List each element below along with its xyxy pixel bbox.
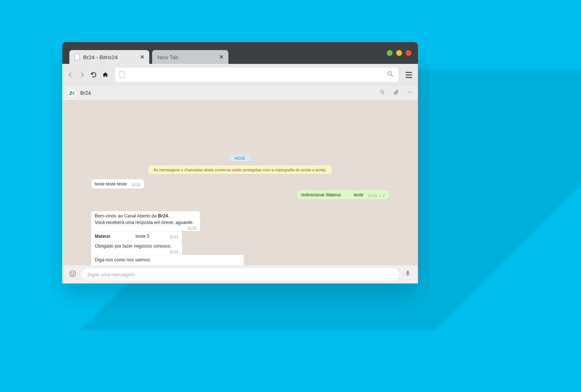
message-time: 15:31 xyxy=(169,235,178,239)
browser-tab-active[interactable]: Br24 - Bitrix24 × xyxy=(69,50,149,64)
browser-window: Br24 - Bitrix24 × New Tab × xyxy=(62,42,418,283)
svg-point-0 xyxy=(388,72,391,75)
chat-header: 24 Br24 xyxy=(62,86,418,100)
back-button[interactable] xyxy=(66,70,75,79)
message-text: . xyxy=(168,213,169,219)
message-text: teste xyxy=(354,192,363,197)
page-icon xyxy=(119,72,125,78)
message-bubble[interactable]: teste teste teste 15:23 xyxy=(91,179,144,189)
page-icon xyxy=(74,54,80,60)
message-text: teste teste teste xyxy=(95,181,127,187)
message-text: Obrigado por fazer negócios conosco. xyxy=(95,244,171,249)
message-composer xyxy=(62,265,418,283)
chat-body[interactable]: HOJE As mensagens e chamadas desta conve… xyxy=(62,100,418,265)
svg-point-5 xyxy=(70,271,76,277)
avatar[interactable]: 24 xyxy=(67,88,77,98)
read-ticks-icon: ✓✓ xyxy=(378,194,385,198)
browser-tab-inactive[interactable]: New Tab × xyxy=(152,50,228,64)
close-icon[interactable]: × xyxy=(219,53,223,61)
forward-button[interactable] xyxy=(77,70,87,79)
date-separator: HOJE xyxy=(230,155,249,162)
emoji-icon[interactable] xyxy=(69,270,77,279)
message-bubble[interactable]: redirecionar Mateus teste 15:24 ✓✓ xyxy=(297,190,389,200)
message-time: 15:25 xyxy=(187,226,196,230)
message-time: 15:31 xyxy=(169,250,178,254)
message-text: teste 3 xyxy=(136,234,150,239)
message-time: 15:24 xyxy=(368,194,377,198)
hamburger-menu-icon[interactable] xyxy=(403,69,414,80)
avatar-text: 24 xyxy=(69,90,74,96)
minimize-dot[interactable] xyxy=(387,50,393,56)
svg-point-3 xyxy=(410,92,410,93)
svg-point-4 xyxy=(411,92,412,93)
close-icon[interactable]: × xyxy=(140,53,144,61)
maximize-dot[interactable] xyxy=(396,50,402,56)
message-bubble[interactable]: Bem-vindo ao Canal Aberto da Br24. Você … xyxy=(91,211,200,231)
svg-point-2 xyxy=(408,92,409,93)
message-text: Bem-vindo ao Canal Aberto da xyxy=(95,213,158,219)
tab-label: New Tab xyxy=(157,54,178,60)
message-text-bold: Br24 xyxy=(158,213,168,219)
message-text: redirecionar Mateus xyxy=(301,192,341,197)
chat-title: Br24 xyxy=(80,90,91,96)
browser-titlebar: Br24 - Bitrix24 × New Tab × xyxy=(62,42,418,64)
browser-toolbar xyxy=(62,64,418,86)
message-text: Você receberá uma resposta em breve, agu… xyxy=(95,220,194,225)
svg-point-6 xyxy=(71,273,72,273)
svg-point-7 xyxy=(73,273,74,273)
message-group-incoming: Bem-vindo ao Canal Aberto da Br24. Você … xyxy=(91,211,389,265)
message-bubble[interactable]: Obrigado por fazer negócios conosco. 15:… xyxy=(91,241,182,255)
svg-point-1 xyxy=(381,90,383,93)
home-button[interactable] xyxy=(101,70,110,79)
message-row-outgoing: redirecionar Mateus teste 15:24 ✓✓ xyxy=(91,190,389,200)
message-bubble[interactable]: Diga-nos como nos saímos. Basta enviar 1… xyxy=(91,255,244,265)
encryption-banner: As mensagens e chamadas desta conversa e… xyxy=(149,166,332,174)
reload-button[interactable] xyxy=(89,70,98,79)
tab-label: Br24 - Bitrix24 xyxy=(83,54,118,60)
svg-rect-8 xyxy=(407,275,408,276)
message-text: Diga-nos como nos saímos. xyxy=(95,257,151,262)
window-controls xyxy=(387,50,411,56)
message-text-bold: Mateus xyxy=(95,234,110,239)
attachment-icon[interactable] xyxy=(393,89,399,97)
search-icon[interactable] xyxy=(379,89,385,97)
search-icon[interactable] xyxy=(387,70,394,79)
close-dot[interactable] xyxy=(406,50,411,56)
url-bar[interactable] xyxy=(115,68,398,82)
chat-header-actions xyxy=(379,89,413,97)
message-time: 15:23 xyxy=(131,183,140,187)
microphone-icon[interactable] xyxy=(404,270,411,279)
more-icon[interactable] xyxy=(407,89,413,97)
message-row-incoming: teste teste teste 15:23 xyxy=(91,179,389,189)
message-input[interactable] xyxy=(82,268,399,281)
message-bubble[interactable]: Mateus teste 3 15:31 xyxy=(91,231,182,241)
